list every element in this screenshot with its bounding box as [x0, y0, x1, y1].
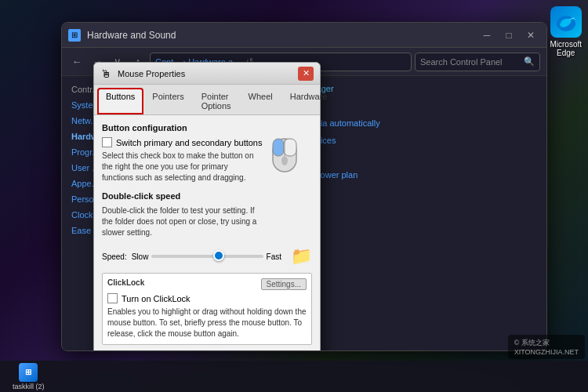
- slow-label: Slow: [132, 252, 149, 261]
- clicklock-description: Enables you to highlight or drag without…: [107, 307, 307, 339]
- svg-rect-2: [284, 139, 296, 156]
- svg-point-4: [281, 156, 288, 165]
- taskbar: ⊞ taskkill (2): [0, 361, 588, 392]
- dialog-icon: 🖱: [100, 67, 113, 80]
- tab-pointer-options[interactable]: Pointer Options: [193, 88, 240, 114]
- tab-hardware[interactable]: Hardware: [281, 88, 336, 114]
- clicklock-label: Turn on ClickLock: [122, 294, 191, 303]
- desktop: ⊞ Hardware and Sound ─ □ ✕ ← → ∨ ↑ Cont.…: [0, 0, 588, 392]
- speed-track[interactable]: [151, 255, 263, 258]
- clicklock-section: ClickLock Settings... Turn on ClickLock …: [102, 273, 312, 345]
- mouse-properties-dialog: 🖱 Mouse Properties ✕ Buttons Pointers Po…: [93, 62, 321, 351]
- double-click-section: Double-click speed Double-click the fold…: [102, 191, 312, 267]
- edge-app-icon: [550, 6, 582, 38]
- watermark-line2: XITONGZHIJIA.NET: [514, 348, 579, 356]
- clicklock-title: ClickLock: [107, 278, 144, 287]
- clicklock-row: Turn on ClickLock: [107, 293, 307, 303]
- close-button[interactable]: ✕: [521, 28, 540, 42]
- edge-svg: [555, 11, 577, 33]
- primary-secondary-checkbox[interactable]: [102, 137, 112, 147]
- fast-label: Fast: [267, 252, 281, 261]
- search-icon: 🔍: [524, 56, 535, 67]
- speed-row: Speed: Slow Fast 📁: [102, 246, 312, 267]
- primary-secondary-label: Switch primary and secondary buttons: [116, 138, 262, 147]
- taskbar-item[interactable]: ⊞ taskkill (2): [6, 361, 51, 392]
- cp-titlebar: ⊞ Hardware and Sound ─ □ ✕: [62, 23, 546, 48]
- watermark-line1: © 系统之家: [514, 338, 579, 348]
- taskbar-icon: ⊞: [19, 363, 38, 382]
- dialog-tabs: Buttons Pointers Pointer Options Wheel H…: [94, 85, 320, 115]
- clicklock-settings-button[interactable]: Settings...: [261, 278, 307, 290]
- window-controls: ─ □ ✕: [477, 28, 540, 42]
- search-placeholder-text: Search Control Panel: [420, 57, 503, 67]
- dialog-title: Mouse Properties: [118, 69, 298, 78]
- tab-wheel[interactable]: Wheel: [240, 88, 281, 114]
- svg-rect-1: [273, 139, 284, 156]
- mouse-visual: [268, 129, 301, 176]
- dialog-body: Button configuration Switch: [94, 115, 320, 351]
- clicklock-checkbox[interactable]: [107, 293, 118, 303]
- control-panel-window: ⊞ Hardware and Sound ─ □ ✕ ← → ∨ ↑ Cont.…: [61, 22, 547, 351]
- cp-title-icon: ⊞: [68, 29, 81, 42]
- watermark: © 系统之家 XITONGZHIJIA.NET: [508, 335, 585, 359]
- search-bar[interactable]: Search Control Panel 🔍: [415, 53, 540, 71]
- mouse-svg: [268, 129, 301, 175]
- edge-label: MicrosoftEdge: [550, 40, 582, 57]
- tab-buttons[interactable]: Buttons: [97, 88, 143, 114]
- speed-label: Speed:: [102, 252, 127, 261]
- button-config-description: Select this check box to make the button…: [102, 151, 259, 183]
- dialog-titlebar: 🖱 Mouse Properties ✕: [94, 63, 320, 85]
- double-click-header: Double-click speed: [102, 191, 312, 201]
- maximize-button[interactable]: □: [499, 28, 518, 42]
- back-button[interactable]: ←: [68, 53, 85, 71]
- cp-title-text: Hardware and Sound: [87, 30, 477, 41]
- double-click-description: Double-click the folder to test your set…: [102, 205, 259, 238]
- folder-icon: 📁: [291, 246, 312, 267]
- minimize-button[interactable]: ─: [477, 28, 496, 42]
- tab-pointers[interactable]: Pointers: [143, 88, 192, 114]
- speed-thumb[interactable]: [213, 250, 224, 261]
- button-config-section: Button configuration Switch: [102, 123, 312, 183]
- edge-icon-container[interactable]: MicrosoftEdge: [550, 6, 582, 57]
- dialog-close-button[interactable]: ✕: [298, 67, 314, 81]
- taskbar-label: taskkill (2): [13, 383, 45, 390]
